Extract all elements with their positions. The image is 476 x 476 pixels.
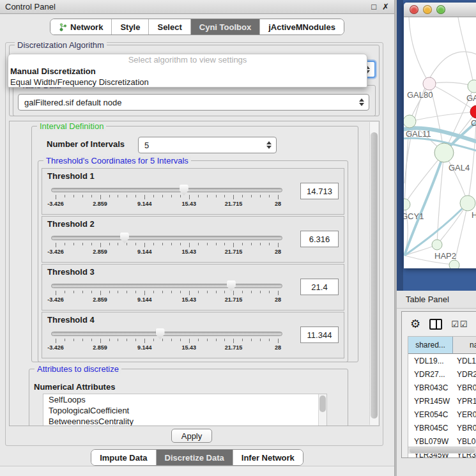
tab-network[interactable]: Network — [50, 19, 112, 35]
attribute-item[interactable]: BetweennessCentrality — [43, 416, 326, 426]
column-header-name[interactable]: na — [453, 337, 476, 354]
settings-vertical-scrollbar[interactable] — [369, 122, 378, 425]
table-toolbar: ⚙ ☑☑ — [402, 312, 476, 336]
tab-infer-network[interactable]: Infer Network — [233, 450, 303, 465]
threshold-slider: -3.4262.8599.14415.4321.71528 — [51, 233, 282, 261]
slider-thumb[interactable] — [156, 328, 165, 339]
table-row[interactable]: YBR045CYBR0 — [408, 421, 476, 434]
threshold-3-panel: Threshold 3 -3.4262.8599.14415.4321.7152… — [42, 264, 344, 311]
dropdown-option-equal-width[interactable]: Equal Width/Frequency Discretization — [8, 77, 367, 88]
traffic-light-minimize-icon[interactable] — [423, 5, 432, 14]
network-icon — [59, 23, 67, 31]
tab-label: Cyni Toolbox — [199, 22, 251, 32]
group-legend: Interval Definition — [37, 121, 106, 131]
threshold-value-field[interactable]: 21.4 — [300, 279, 339, 295]
tab-label: Infer Network — [242, 453, 295, 463]
table-panel-title: Table Panel — [406, 295, 449, 304]
node-label: GAL4 — [449, 163, 470, 173]
top-tab-row: Network Style Select Cyni Toolbox jActiv… — [0, 19, 394, 38]
table-header-row: shared... na — [408, 337, 476, 354]
threshold-label: Threshold 1 — [47, 171, 95, 181]
threshold-1-panel: Threshold 1 -3.4262.8599.14415.4321.7152… — [42, 168, 344, 215]
group-legend: Threshold's Coordinates for 5 Intervals — [43, 156, 191, 165]
threshold-4-panel: Threshold 4 -3.4262.8599.14415.4321.7152… — [42, 312, 344, 358]
control-panel: Control Panel □ ✗ Network Style Select C… — [0, 0, 395, 476]
table-panel-titlebar: Table Panel — [397, 291, 476, 309]
table-row[interactable]: YDL19...YDL1 — [408, 354, 476, 367]
split-view-icon[interactable] — [429, 319, 442, 330]
close-icon[interactable]: ✗ — [382, 3, 389, 11]
slider-thumb[interactable] — [120, 233, 129, 243]
table-cell: YPR1 — [453, 397, 476, 406]
table-row[interactable]: YER054CYER0 — [408, 408, 476, 421]
slider-thumb[interactable] — [180, 185, 188, 196]
panel-title: Control Panel — [5, 2, 365, 12]
traffic-light-zoom-icon[interactable] — [436, 5, 445, 14]
network-node-gal4[interactable] — [434, 143, 454, 162]
network-node-hap2[interactable] — [432, 240, 442, 250]
network-node-h[interactable] — [460, 196, 475, 211]
traffic-light-close-icon[interactable] — [410, 5, 418, 14]
tab-label: Select — [157, 22, 181, 32]
table-row[interactable]: YBL079WYBL0 — [408, 434, 476, 448]
tab-impute-data[interactable]: Impute Data — [91, 450, 156, 465]
slider-ticks — [56, 339, 278, 344]
node-table: shared... na YDL19...YDL1YDR27...YDR2YBR… — [408, 336, 476, 457]
table-cell: YBR0 — [453, 424, 476, 433]
slider-scale-labels: -3.4262.8599.14415.4321.71528 — [56, 201, 278, 208]
threshold-slider: -3.4262.8599.14415.4321.71528 — [51, 280, 282, 309]
tab-style[interactable]: Style — [112, 19, 149, 35]
threshold-value-field[interactable]: 14.713 — [300, 183, 339, 199]
tab-cyni-toolbox[interactable]: Cyni Toolbox — [191, 19, 260, 35]
slider-ticks — [56, 195, 278, 200]
control-panel-titlebar: Control Panel □ ✗ — [0, 0, 394, 14]
network-node-gal80[interactable] — [423, 77, 436, 90]
table-data-combobox[interactable]: galFiltered.sif default node — [18, 94, 369, 111]
threshold-value-field[interactable]: 6.316 — [300, 231, 339, 247]
column-header-shared[interactable]: shared... — [408, 337, 453, 354]
slider-scale-labels: -3.4262.8599.14415.4321.71528 — [56, 249, 278, 256]
network-window: GAL80 GAL11 GAL4 GCY1 HAP2 GA C H — [404, 3, 476, 268]
table-cell: YBL0 — [453, 437, 476, 446]
node-label: HAP2 — [434, 251, 456, 261]
tab-select[interactable]: Select — [149, 19, 190, 35]
table-row[interactable]: YBR043CYBR0 — [408, 381, 476, 394]
tab-label: Style — [120, 22, 140, 32]
float-window-icon[interactable]: □ — [371, 3, 376, 11]
dropdown-placeholder: Select algorithm to view settings — [8, 54, 367, 66]
network-node-selected[interactable] — [470, 105, 476, 118]
num-intervals-combobox[interactable]: 5 — [138, 137, 277, 153]
tab-label: Impute Data — [100, 453, 147, 463]
table-cell: YPR145W — [408, 397, 453, 406]
column-checkboxes-icon[interactable]: ☑☑ — [451, 319, 468, 329]
attribute-item[interactable]: SelfLoops — [43, 394, 326, 405]
gear-icon[interactable]: ⚙ — [410, 318, 420, 330]
node-label: GAL11 — [406, 129, 431, 139]
settings-scrollpane: Interval Definition Number of Intervals … — [9, 121, 380, 426]
attributes-scrollbar[interactable] — [318, 394, 326, 426]
table-cell: YBL079W — [408, 437, 453, 446]
threshold-label: Threshold 3 — [47, 267, 95, 277]
network-node[interactable] — [468, 80, 476, 93]
threshold-value-field[interactable]: 11.344 — [300, 326, 339, 343]
network-canvas[interactable]: GAL80 GAL11 GAL4 GCY1 HAP2 GA C H — [404, 17, 476, 268]
network-node-gcy1[interactable] — [404, 199, 410, 210]
tab-label: jActiveMNodules — [268, 22, 335, 32]
table-row[interactable]: YPR145WYPR1 — [408, 394, 476, 408]
threshold-slider: -3.4262.8599.14415.4321.71528 — [51, 328, 282, 357]
threshold-label: Threshold 4 — [47, 315, 95, 325]
tab-discretize-data[interactable]: Discretize Data — [157, 450, 233, 465]
network-node-gal11[interactable] — [404, 115, 416, 128]
attribute-item[interactable]: TopologicalCoefficient — [43, 405, 326, 416]
table-horizontal-scrollbar[interactable] — [408, 447, 476, 454]
slider-ticks — [56, 291, 278, 296]
tab-jactivemnodules[interactable]: jActiveMNodules — [260, 19, 344, 35]
node-label: GCY1 — [404, 211, 424, 221]
dropdown-option-manual[interactable]: Manual Discretization — [8, 66, 367, 77]
combo-arrows-icon — [266, 141, 272, 149]
apply-button[interactable]: Apply — [171, 429, 212, 443]
network-window-titlebar — [404, 3, 476, 17]
network-node[interactable] — [449, 260, 459, 268]
slider-thumb[interactable] — [227, 280, 236, 291]
table-row[interactable]: YDR27...YDR2 — [408, 367, 476, 381]
